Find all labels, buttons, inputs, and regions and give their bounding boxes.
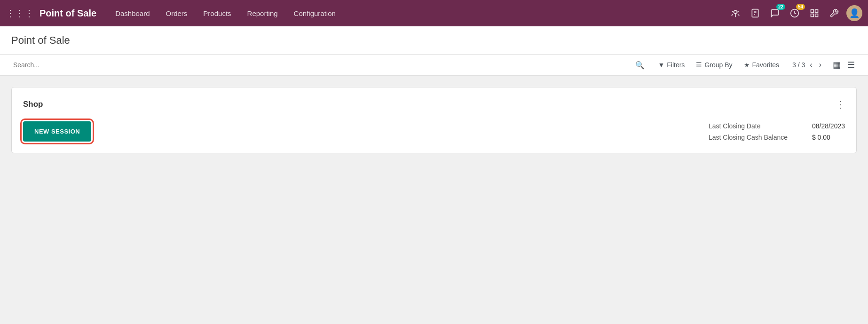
view-buttons: ▦ ☰ bbox=[831, 59, 857, 71]
search-input[interactable] bbox=[11, 58, 647, 71]
prev-page-btn[interactable]: ‹ bbox=[808, 60, 814, 70]
grid-icon[interactable]: ⋮⋮⋮ bbox=[6, 8, 34, 19]
star-icon: ★ bbox=[744, 61, 750, 69]
filters-btn[interactable]: ▼ Filters bbox=[652, 59, 690, 71]
tools-icon-btn[interactable] bbox=[827, 6, 842, 21]
new-session-button[interactable]: NEW SESSION bbox=[23, 121, 91, 142]
nav-item-configuration[interactable]: Configuration bbox=[286, 7, 343, 20]
groupby-icon: ☰ bbox=[696, 61, 702, 69]
search-icon[interactable]: 🔍 bbox=[635, 61, 645, 70]
last-closing-cash-label: Last Closing Cash Balance bbox=[709, 134, 793, 141]
last-closing-cash-value: $ 0.00 bbox=[812, 134, 830, 141]
chat-icon-btn[interactable]: 22 bbox=[767, 6, 782, 21]
svg-rect-7 bbox=[815, 10, 818, 13]
clock-icon-btn[interactable]: 54 bbox=[787, 6, 802, 21]
nav-item-products[interactable]: Products bbox=[196, 7, 238, 20]
phone-icon-btn[interactable] bbox=[748, 6, 763, 21]
svg-rect-9 bbox=[815, 14, 818, 17]
nav-item-orders[interactable]: Orders bbox=[158, 7, 195, 20]
card-menu-btn[interactable]: ⋮ bbox=[836, 99, 845, 110]
card-info-row-cash: Last Closing Cash Balance $ 0.00 bbox=[709, 134, 845, 141]
favorites-btn[interactable]: ★ Favorites bbox=[738, 59, 785, 71]
user-avatar[interactable]: 👤 bbox=[846, 5, 862, 21]
search-bar: 🔍 bbox=[11, 58, 647, 71]
card-info: Last Closing Date 08/28/2023 Last Closin… bbox=[709, 122, 845, 141]
next-page-btn[interactable]: › bbox=[817, 60, 823, 70]
chat-badge: 22 bbox=[776, 4, 785, 10]
subheader: Point of Sale bbox=[0, 26, 868, 55]
last-closing-date-value: 08/28/2023 bbox=[812, 122, 845, 130]
nav-item-dashboard[interactable]: Dashboard bbox=[108, 7, 157, 20]
filters-group: ▼ Filters ☰ Group By ★ Favorites bbox=[652, 59, 785, 71]
grid2-icon-btn[interactable] bbox=[807, 6, 822, 21]
kanban-view-btn[interactable]: ▦ bbox=[831, 59, 843, 71]
card-header: Shop ⋮ bbox=[23, 99, 845, 110]
pagination-text: 3 / 3 bbox=[792, 61, 805, 69]
pagination: 3 / 3 ‹ › bbox=[792, 60, 823, 70]
top-navigation: ⋮⋮⋮ Point of Sale Dashboard Orders Produ… bbox=[0, 0, 868, 26]
groupby-btn[interactable]: ☰ Group By bbox=[690, 59, 738, 71]
topnav-actions: 22 54 👤 bbox=[728, 5, 862, 21]
last-closing-date-label: Last Closing Date bbox=[709, 122, 793, 130]
pos-card-shop: Shop ⋮ NEW SESSION Last Closing Date 08/… bbox=[11, 87, 857, 153]
list-view-btn[interactable]: ☰ bbox=[845, 59, 857, 71]
favorites-label: Favorites bbox=[752, 61, 780, 69]
svg-rect-6 bbox=[811, 10, 814, 13]
toolbar: 🔍 ▼ Filters ☰ Group By ★ Favorites 3 / 3… bbox=[0, 55, 868, 76]
card-title: Shop bbox=[23, 100, 43, 109]
svg-point-0 bbox=[734, 10, 737, 14]
card-body: NEW SESSION Last Closing Date 08/28/2023… bbox=[23, 121, 845, 142]
app-brand[interactable]: Point of Sale bbox=[39, 8, 96, 19]
filters-label: Filters bbox=[667, 61, 685, 69]
nav-menu: Dashboard Orders Products Reporting Conf… bbox=[108, 7, 726, 20]
nav-item-reporting[interactable]: Reporting bbox=[240, 7, 285, 20]
groupby-label: Group By bbox=[704, 61, 732, 69]
main-content: Shop ⋮ NEW SESSION Last Closing Date 08/… bbox=[0, 76, 868, 320]
bug-icon-btn[interactable] bbox=[728, 6, 743, 21]
page-title: Point of Sale bbox=[11, 34, 70, 47]
svg-rect-8 bbox=[811, 14, 814, 17]
card-info-row-date: Last Closing Date 08/28/2023 bbox=[709, 122, 845, 130]
clock-badge: 54 bbox=[796, 4, 805, 10]
filter-icon: ▼ bbox=[658, 61, 664, 69]
